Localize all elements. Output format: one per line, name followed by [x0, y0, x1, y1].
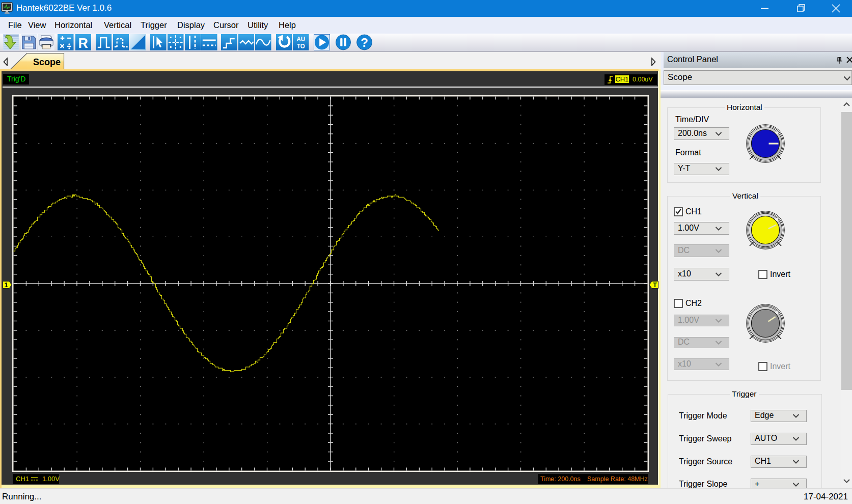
svg-text:AU: AU — [296, 36, 305, 42]
svg-text:?: ? — [361, 36, 368, 49]
svg-text:1: 1 — [4, 281, 8, 289]
svg-text:TO: TO — [297, 43, 305, 49]
svg-text:R: R — [78, 35, 88, 50]
svg-text:T: T — [653, 281, 657, 289]
